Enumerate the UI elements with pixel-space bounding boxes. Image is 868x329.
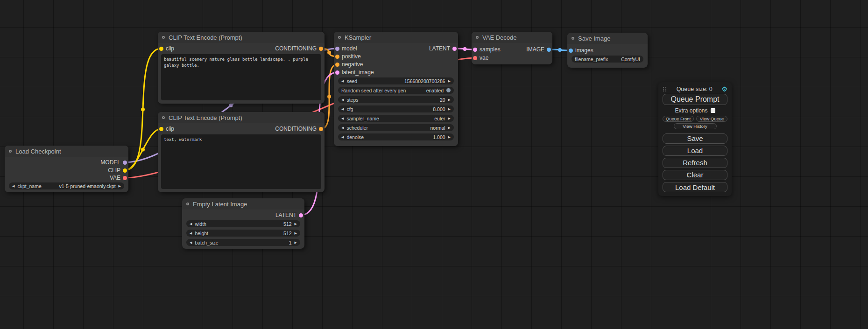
wire-midpoint-dot[interactable] <box>327 95 331 98</box>
slot-label: LATENT <box>275 212 296 218</box>
arrow-right-icon[interactable]: ▶ <box>295 220 297 227</box>
widget-width[interactable]: ◀ width 512 ▶ <box>186 220 300 227</box>
positive-input-port[interactable] <box>335 55 339 59</box>
arrow-left-icon[interactable]: ◀ <box>341 124 344 131</box>
widget-value: 1.000 <box>367 134 445 140</box>
widget-filename-prefix[interactable]: filename_prefix ComfyUI <box>572 56 643 63</box>
node-load-checkpoint[interactable]: Load Checkpoint MODEL CLIP VAE ◀ ckpt_na… <box>5 146 128 192</box>
clip-input-port[interactable] <box>159 127 163 131</box>
widget-height[interactable]: ◀ height 512 ▶ <box>186 230 300 237</box>
arrow-right-icon[interactable]: ▶ <box>448 115 451 122</box>
model-input-port[interactable] <box>335 47 339 51</box>
arrow-left-icon[interactable]: ◀ <box>341 77 344 84</box>
node-header[interactable]: Empty Latent Image <box>182 198 304 210</box>
arrow-left-icon[interactable]: ◀ <box>12 182 14 189</box>
widget-value: ComfyUI <box>611 56 640 62</box>
wire-midpoint-dot[interactable] <box>327 51 331 55</box>
conditioning-output-port[interactable] <box>319 127 323 131</box>
widget-random-seed-toggle[interactable]: Random seed after every gen enabled <box>338 87 454 94</box>
wire-midpoint-dot[interactable] <box>141 108 145 112</box>
widget-cfg[interactable]: ◀ cfg 8.000 ▶ <box>338 105 454 112</box>
panel-drag-handle-icon[interactable] <box>663 86 667 92</box>
node-header[interactable]: Load Checkpoint <box>5 146 128 157</box>
node-header[interactable]: Save Image <box>567 33 648 44</box>
arrow-left-icon[interactable]: ◀ <box>341 105 344 112</box>
load-default-button[interactable]: Load Default <box>663 182 727 192</box>
arrow-left-icon[interactable]: ◀ <box>190 239 192 246</box>
arrow-right-icon[interactable]: ▶ <box>119 182 121 189</box>
arrow-right-icon[interactable]: ▶ <box>295 239 297 246</box>
node-collapse-dot[interactable] <box>338 36 341 39</box>
widget-label: filename_prefix <box>575 56 608 62</box>
input-slot-model: model <box>334 45 357 52</box>
arrow-right-icon[interactable]: ▶ <box>295 230 297 237</box>
arrow-right-icon[interactable]: ▶ <box>448 96 451 103</box>
load-button[interactable]: Load <box>663 146 727 156</box>
queue-front-button[interactable]: Queue Front <box>663 116 694 122</box>
widget-ckpt-name[interactable]: ◀ ckpt_name v1-5-pruned-emaonly.ckpt ▶ <box>9 182 124 189</box>
node-vae-decode[interactable]: VAE Decode samples vae IMAGE <box>472 32 552 64</box>
arrow-left-icon[interactable]: ◀ <box>190 220 192 227</box>
widget-batch-size[interactable]: ◀ batch_size 1 ▶ <box>186 239 300 246</box>
node-collapse-dot[interactable] <box>162 116 165 119</box>
vae-input-port[interactable] <box>473 56 477 60</box>
slot-label: samples <box>480 46 501 53</box>
node-header[interactable]: CLIP Text Encode (Prompt) <box>158 112 325 123</box>
widget-scheduler[interactable]: ◀ scheduler normal ▶ <box>338 124 454 131</box>
arrow-left-icon[interactable]: ◀ <box>341 115 344 122</box>
arrow-left-icon[interactable]: ◀ <box>341 96 344 103</box>
queue-prompt-button[interactable]: Queue Prompt <box>663 94 727 105</box>
samples-input-port[interactable] <box>473 48 477 52</box>
arrow-right-icon[interactable]: ▶ <box>448 133 451 140</box>
latent-output-port[interactable] <box>299 213 303 217</box>
conditioning-output-port[interactable] <box>319 47 323 51</box>
arrow-right-icon[interactable]: ▶ <box>448 105 451 112</box>
view-history-button[interactable]: View History <box>674 123 717 129</box>
save-button[interactable]: Save <box>663 133 727 144</box>
slot-label: images <box>575 47 593 54</box>
prompt-textarea-positive[interactable]: beautiful scenery nature glass bottle la… <box>161 54 321 100</box>
arrow-left-icon[interactable]: ◀ <box>341 133 344 140</box>
node-collapse-dot[interactable] <box>162 36 165 39</box>
prompt-textarea-negative[interactable]: text, watermark <box>161 134 321 189</box>
clear-button[interactable]: Clear <box>663 170 727 180</box>
latent-image-input-port[interactable] <box>335 70 339 75</box>
node-clip-text-encode-negative[interactable]: CLIP Text Encode (Prompt) clip CONDITION… <box>158 112 325 192</box>
node-collapse-dot[interactable] <box>186 203 189 205</box>
node-header[interactable]: CLIP Text Encode (Prompt) <box>158 32 325 43</box>
clip-input-port[interactable] <box>159 47 163 51</box>
model-output-port[interactable] <box>123 161 127 165</box>
widget-steps[interactable]: ◀ steps 20 ▶ <box>338 96 454 103</box>
arrow-right-icon[interactable]: ▶ <box>448 77 451 84</box>
negative-input-port[interactable] <box>335 63 339 67</box>
wire-midpoint-dot[interactable] <box>463 47 467 51</box>
widget-sampler-name[interactable]: ◀ sampler_name euler ▶ <box>338 115 454 122</box>
extra-options-checkbox[interactable] <box>711 108 715 113</box>
image-output-port[interactable] <box>547 48 551 52</box>
node-empty-latent-image[interactable]: Empty Latent Image LATENT ◀ width 512 ▶ … <box>182 198 304 249</box>
node-graph-canvas[interactable]: Load Checkpoint MODEL CLIP VAE ◀ ckpt_na… <box>0 0 868 329</box>
clip-output-port[interactable] <box>123 168 127 173</box>
settings-gear-icon[interactable]: ⚙ <box>721 86 727 92</box>
node-collapse-dot[interactable] <box>476 36 479 39</box>
widget-denoise[interactable]: ◀ denoise 1.000 ▶ <box>338 133 454 140</box>
refresh-button[interactable]: Refresh <box>663 158 727 168</box>
images-input-port[interactable] <box>569 49 573 53</box>
node-clip-text-encode-positive[interactable]: CLIP Text Encode (Prompt) clip CONDITION… <box>158 32 325 104</box>
wire-midpoint-dot[interactable] <box>229 104 233 107</box>
arrow-left-icon[interactable]: ◀ <box>190 230 192 237</box>
view-queue-button[interactable]: View Queue <box>696 116 727 122</box>
node-ksampler[interactable]: KSampler model positive negative latent_… <box>334 32 458 146</box>
node-save-image[interactable]: Save Image images filename_prefix ComfyU… <box>567 33 648 68</box>
widget-seed[interactable]: ◀ seed 156680208700286 ▶ <box>338 77 454 84</box>
node-collapse-dot[interactable] <box>572 37 574 40</box>
node-collapse-dot[interactable] <box>9 150 12 153</box>
node-header[interactable]: VAE Decode <box>472 32 552 43</box>
node-header[interactable]: KSampler <box>334 32 458 43</box>
wire-midpoint-dot[interactable] <box>558 48 562 52</box>
output-slot-image: IMAGE <box>526 46 552 53</box>
vae-output-port[interactable] <box>123 176 127 180</box>
latent-output-port[interactable] <box>452 47 457 51</box>
wire-midpoint-dot[interactable] <box>141 148 145 152</box>
arrow-right-icon[interactable]: ▶ <box>448 124 451 131</box>
